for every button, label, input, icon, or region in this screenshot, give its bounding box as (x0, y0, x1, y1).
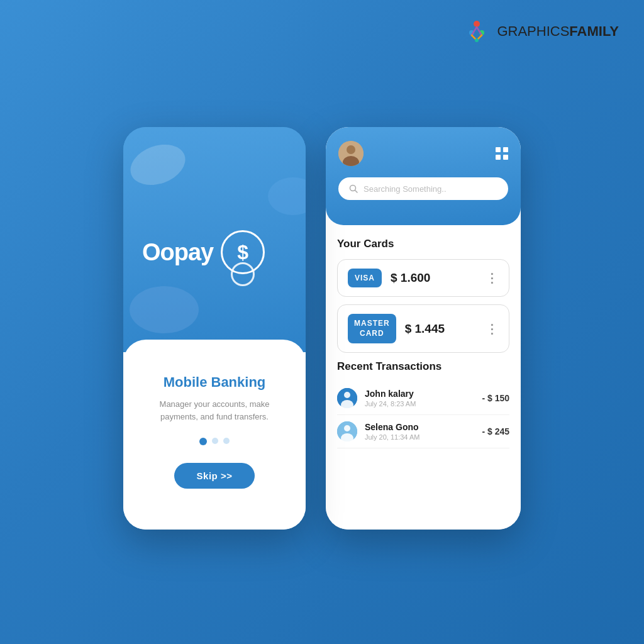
mastercard-item[interactable]: MASTERCARD $ 1.445 ⋮ (337, 304, 509, 353)
svg-point-13 (344, 425, 350, 431)
search-bar[interactable]: Searching Something.. (338, 177, 508, 200)
brand-icon (463, 18, 491, 45)
svg-point-5 (347, 145, 355, 154)
grid-dot-3 (496, 155, 501, 160)
mastercard-left: MASTERCARD $ 1.445 (348, 314, 445, 343)
left-screen-top: Oopay $ (123, 127, 306, 352)
left-screen: Oopay $ Mobile Banking Manager your acco… (123, 127, 306, 530)
visa-more-icon[interactable]: ⋮ (486, 270, 499, 286)
blob-decoration-2 (130, 286, 199, 333)
app-name: Oopay (142, 239, 213, 266)
mastercard-amount: $ 1.445 (405, 322, 445, 336)
right-screen-content: Your Cards VISA $ 1.600 ⋮ MASTERCARD $ 1… (326, 225, 521, 530)
transaction-left-2: Selena Gono July 20, 11:34 AM (337, 421, 419, 441)
avatar[interactable] (338, 141, 364, 166)
transaction-date-2: July 20, 11:34 AM (365, 433, 419, 441)
visa-amount: $ 1.600 (391, 271, 430, 285)
transaction-date-1: July 24, 8:23 AM (365, 400, 416, 408)
right-screen: Searching Something.. Your Cards VISA $ … (326, 127, 521, 530)
grid-menu-icon[interactable] (496, 147, 508, 160)
transaction-info-2: Selena Gono July 20, 11:34 AM (365, 422, 419, 441)
transaction-item-2: Selena Gono July 20, 11:34 AM - $ 245 (337, 415, 509, 448)
blob-decoration-1 (125, 137, 191, 192)
brand-name-text: GRAPHICSFAMILY (497, 23, 619, 40)
svg-point-10 (344, 392, 350, 398)
visa-card-left: VISA $ 1.600 (348, 269, 430, 287)
mastercard-more-icon[interactable]: ⋮ (486, 321, 499, 336)
visa-badge: VISA (348, 269, 382, 287)
transaction-left-1: John kalary July 24, 8:23 AM (337, 388, 416, 408)
grid-dot-2 (503, 147, 508, 152)
header-top-row (338, 141, 508, 166)
app-branding: Oopay $ (142, 230, 265, 274)
your-cards-title: Your Cards (337, 238, 509, 250)
dot-2 (212, 438, 218, 444)
right-screen-header: Searching Something.. (326, 127, 521, 225)
transaction-avatar-1 (337, 388, 357, 408)
dot-3 (223, 438, 230, 444)
dot-1 (199, 438, 207, 445)
transaction-name-2: Selena Gono (365, 422, 419, 432)
svg-point-3 (475, 38, 479, 42)
dollar-symbol: $ (237, 241, 248, 264)
search-icon (348, 184, 358, 194)
mobile-banking-description: Manager your accounts, make payments, an… (142, 398, 287, 423)
skip-button[interactable]: Skip >> (174, 463, 255, 489)
mastercard-badge: MASTERCARD (348, 314, 396, 343)
left-screen-bottom: Mobile Banking Manager your accounts, ma… (123, 340, 306, 530)
transaction-avatar-2 (337, 421, 357, 441)
transaction-name-1: John kalary (365, 389, 416, 399)
transaction-amount-2: - $ 245 (482, 426, 509, 436)
transaction-amount-1: - $ 150 (482, 393, 509, 403)
recent-transactions-title: Recent Transactions (337, 360, 509, 373)
transaction-info-1: John kalary July 24, 8:23 AM (365, 389, 416, 408)
grid-dot-1 (496, 147, 501, 152)
screens-container: Oopay $ Mobile Banking Manager your acco… (123, 127, 521, 530)
grid-dot-4 (503, 155, 508, 160)
transaction-item-1: John kalary July 24, 8:23 AM - $ 150 (337, 382, 509, 415)
mobile-banking-title: Mobile Banking (164, 374, 266, 391)
transactions-section: Recent Transactions John kalary (337, 360, 509, 448)
svg-point-0 (474, 21, 480, 27)
blob-decoration-3 (268, 177, 306, 215)
visa-card-item[interactable]: VISA $ 1.600 ⋮ (337, 259, 509, 297)
brand-logo: GRAPHICSFAMILY (463, 18, 619, 45)
coin-icon: $ (221, 230, 265, 274)
search-placeholder-text: Searching Something.. (364, 184, 447, 194)
pagination-dots (199, 438, 230, 445)
svg-line-8 (355, 191, 358, 193)
